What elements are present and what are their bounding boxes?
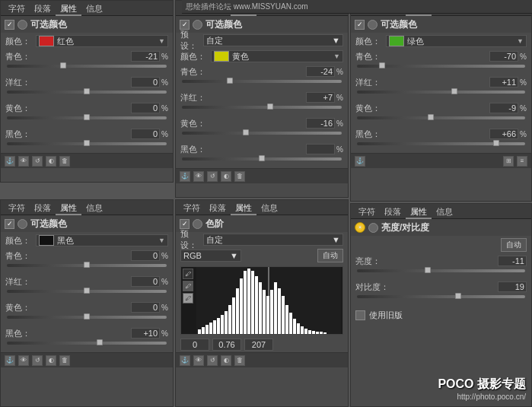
expand-icon-tr[interactable]: ⊞: [503, 156, 514, 167]
enable-checkbox-bl[interactable]: [5, 219, 14, 229]
visibility-bm[interactable]: [193, 219, 202, 229]
color-select-tr[interactable]: 绿色 ▼: [386, 35, 527, 47]
history-icon-tl[interactable]: ↺: [32, 156, 43, 167]
trash-icon-tm[interactable]: 🗑: [234, 171, 245, 182]
tab-bl-prop[interactable]: 属性: [56, 200, 81, 215]
magenta-value-tl[interactable]: [131, 77, 160, 87]
contrast-value-br[interactable]: [498, 281, 527, 292]
yellow-value-tr[interactable]: [489, 103, 518, 113]
tab-bl-para[interactable]: 段落: [30, 200, 56, 215]
brightness-value-br[interactable]: [498, 256, 527, 266]
tab-tl-para[interactable]: 段落: [30, 1, 56, 16]
black-value-tl[interactable]: [131, 129, 160, 139]
anchor-icon-tl[interactable]: ⚓: [5, 156, 15, 167]
tab-bm-info[interactable]: 信息: [256, 200, 282, 215]
tab-br-info[interactable]: 信息: [432, 204, 457, 219]
enable-checkbox-tl[interactable]: [5, 20, 14, 30]
svg-rect-7: [221, 315, 224, 334]
cyan-pct-tl: %: [161, 52, 168, 61]
cyan-value-tm[interactable]: [306, 66, 335, 77]
tab-br-para[interactable]: 段落: [380, 204, 406, 219]
visibility-bl[interactable]: [18, 219, 27, 229]
svg-rect-20: [270, 290, 273, 334]
black-label-tm: 黑色：: [180, 144, 207, 155]
yellow-value-bl[interactable]: [131, 302, 160, 313]
anchor-icon-tm[interactable]: ⚓: [180, 171, 190, 182]
cyan-value-tr[interactable]: [489, 51, 518, 62]
channel-select-bm[interactable]: RGB ▼: [180, 250, 241, 262]
levels-mid-input[interactable]: [212, 339, 241, 351]
brightness-slider-br[interactable]: [351, 269, 531, 280]
anchor-icon-bm[interactable]: ⚓: [180, 355, 190, 366]
cyan-value-tl[interactable]: [131, 51, 160, 62]
yellow-slider-tl[interactable]: [1, 116, 173, 127]
black-value-tr[interactable]: [489, 129, 518, 139]
color-select-tl[interactable]: 红色 ▼: [36, 35, 168, 47]
tab-bl-char[interactable]: 字符: [4, 200, 30, 215]
eye-icon-bl[interactable]: 👁: [18, 355, 29, 366]
yellow-value-tl[interactable]: [131, 103, 160, 113]
eye-icon-bm[interactable]: 👁: [193, 355, 204, 366]
cyan-value-bl[interactable]: [131, 250, 160, 261]
tab-bl-info[interactable]: 信息: [81, 200, 107, 215]
contrast-slider-br[interactable]: [351, 295, 531, 306]
panel-title-tr: 可选颜色: [381, 18, 417, 31]
preset-row-bm: 预设： 自定 ▼: [176, 232, 348, 247]
tab-tl-prop[interactable]: 属性: [56, 1, 81, 16]
tab-tl-info[interactable]: 信息: [81, 1, 107, 16]
color-select-bl[interactable]: 黑色 ▼: [36, 234, 168, 246]
eye-icon-tm[interactable]: 👁: [193, 171, 204, 182]
visibility-br[interactable]: [368, 223, 378, 233]
yellow-value-tm[interactable]: [306, 118, 335, 129]
trash-icon-bm[interactable]: 🗑: [234, 355, 245, 366]
visibility-tl[interactable]: [18, 20, 27, 30]
svg-rect-27: [297, 323, 300, 334]
trash-icon-tl[interactable]: 🗑: [59, 156, 70, 167]
visibility-tr[interactable]: [368, 20, 377, 30]
trash-icon-bl[interactable]: 🗑: [59, 355, 70, 366]
preset-select-tm[interactable]: 自定 ▼: [203, 34, 343, 46]
black-value-bl[interactable]: [131, 328, 160, 339]
titlebar-tl: 可选颜色: [1, 16, 173, 33]
mask-icon-bm[interactable]: ◐: [221, 355, 231, 366]
anchor-icon-tr[interactable]: ⚓: [355, 156, 365, 167]
menu-icon-tr[interactable]: ≡: [517, 156, 527, 167]
auto-button-br[interactable]: 自动: [501, 238, 527, 252]
mask-icon-tm[interactable]: ◐: [221, 171, 231, 182]
tab-bm-prop[interactable]: 属性: [231, 200, 256, 215]
mask-icon-bl[interactable]: ◐: [46, 355, 56, 366]
color-select-tm[interactable]: 黄色 ▼: [211, 50, 343, 62]
magenta-value-bl[interactable]: [131, 276, 160, 287]
tab-bm-para[interactable]: 段落: [205, 200, 231, 215]
levels-white-input[interactable]: [244, 339, 273, 351]
eye-icon-tl[interactable]: 👁: [18, 156, 29, 167]
visibility-tm[interactable]: [193, 20, 202, 30]
tab-tl-char[interactable]: 字符: [4, 1, 30, 16]
magenta-value-tm[interactable]: [306, 92, 335, 103]
mask-icon-tl[interactable]: ◐: [46, 156, 56, 167]
svg-rect-1: [198, 329, 201, 334]
enable-checkbox-tm[interactable]: [180, 20, 190, 30]
tab-br-prop[interactable]: 属性: [406, 204, 432, 219]
cyan-slider-tl[interactable]: [1, 65, 173, 75]
tab-bm-char[interactable]: 字符: [179, 200, 205, 215]
preset-select-bm[interactable]: 自定 ▼: [203, 234, 343, 246]
black-value-tm[interactable]: [306, 144, 335, 154]
magenta-value-tr[interactable]: [489, 77, 518, 87]
magenta-slider-tl[interactable]: [1, 91, 173, 101]
tab-br-char[interactable]: 字符: [354, 204, 380, 219]
black-slider-tl[interactable]: [1, 142, 173, 153]
svg-rect-24: [285, 305, 288, 334]
legacy-checkbox-br[interactable]: [355, 310, 365, 320]
enable-checkbox-tr[interactable]: [355, 20, 365, 30]
eyedropper-white-bm[interactable]: 🖊: [183, 293, 193, 304]
levels-black-input[interactable]: [180, 339, 209, 351]
eyedropper-black-bm[interactable]: 🖊: [183, 269, 193, 279]
enable-checkbox-bm[interactable]: [180, 219, 190, 229]
history-icon-bl[interactable]: ↺: [32, 355, 43, 366]
history-icon-bm[interactable]: ↺: [207, 355, 218, 366]
history-icon-tm[interactable]: ↺: [207, 171, 218, 182]
anchor-icon-bl[interactable]: ⚓: [5, 355, 15, 366]
auto-button-bm[interactable]: 自动: [317, 249, 343, 262]
eyedropper-mid-bm[interactable]: 🖊: [183, 281, 193, 291]
